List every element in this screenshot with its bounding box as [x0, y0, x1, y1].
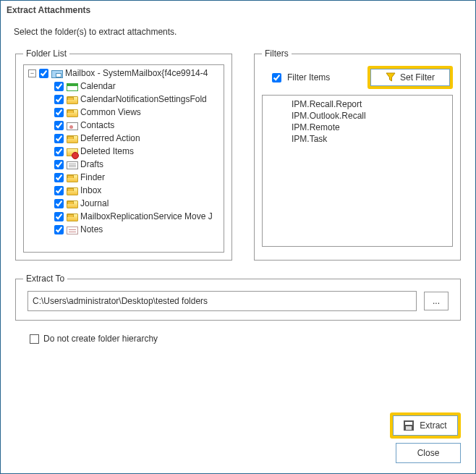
mailbox-icon: [51, 70, 63, 78]
folder-list-legend: Folder List: [23, 48, 69, 59]
drafts-icon: [67, 161, 78, 169]
folder-icon: [67, 96, 78, 104]
tree-label: Drafts: [80, 158, 103, 171]
tree-label: Journal: [80, 197, 109, 210]
tree-checkbox[interactable]: [54, 186, 64, 195]
folder-icon: [67, 187, 78, 195]
tree-label: Contacts: [80, 119, 114, 132]
folder-icon: [67, 200, 78, 208]
folder-icon: [67, 213, 78, 221]
extract-path-input[interactable]: [27, 291, 417, 311]
tree-item[interactable]: Journal: [50, 197, 224, 210]
no-hierarchy-label: Do not create folder hierarchy: [43, 334, 158, 344]
tree-checkbox[interactable]: [54, 173, 64, 182]
set-filter-label: Set Filter: [400, 72, 435, 82]
folder-tree[interactable]: −Mailbox - SystemMailbox{f4ce9914-4Calen…: [23, 64, 224, 253]
filter-item[interactable]: IPM.Outlook.Recall: [292, 110, 452, 122]
tree-item[interactable]: Deferred Action: [50, 132, 224, 145]
filters-group: Filters Filter Items Set Filter IPM.Reca…: [254, 48, 461, 261]
no-hierarchy-checkbox[interactable]: [30, 334, 39, 344]
tree-item[interactable]: Notes: [50, 223, 224, 236]
instruction-text: Select the folder(s) to extract attachme…: [1, 20, 475, 48]
tree-label: Inbox: [80, 184, 101, 197]
tree-root[interactable]: −Mailbox - SystemMailbox{f4ce9914-4: [24, 67, 224, 80]
browse-button[interactable]: ...: [424, 292, 449, 310]
tree-checkbox[interactable]: [54, 134, 64, 143]
tree-label: Common Views: [80, 106, 141, 119]
filter-list[interactable]: IPM.Recall.ReportIPM.Outlook.RecallIPM.R…: [262, 95, 453, 247]
tree-checkbox[interactable]: [54, 95, 64, 104]
tree-item[interactable]: MailboxReplicationService Move J: [50, 210, 224, 223]
tree-label: Finder: [80, 171, 105, 184]
tree-checkbox[interactable]: [54, 147, 64, 156]
filter-item[interactable]: IPM.Recall.Report: [292, 98, 452, 110]
folder-icon: [67, 174, 78, 182]
extract-to-group: Extract To ...: [15, 274, 461, 321]
filter-item[interactable]: IPM.Remote: [292, 122, 452, 133]
extract-label: Extract: [420, 420, 446, 431]
filter-items-checkbox[interactable]: Filter Items: [262, 72, 330, 82]
tree-label: Calendar: [80, 80, 116, 93]
tree-label: Notes: [80, 223, 103, 236]
close-button[interactable]: Close: [396, 443, 461, 463]
tree-collapse-icon[interactable]: −: [28, 69, 36, 77]
filter-items-label: Filter Items: [287, 72, 330, 82]
extract-button[interactable]: Extract: [393, 415, 458, 436]
tree-checkbox[interactable]: [54, 82, 64, 91]
funnel-icon: [386, 72, 396, 82]
tree-checkbox[interactable]: [54, 212, 64, 221]
filter-item[interactable]: IPM.Task: [292, 133, 452, 145]
tree-checkbox[interactable]: [54, 121, 64, 130]
filters-legend: Filters: [262, 48, 292, 59]
folder-icon: [67, 135, 78, 143]
deleted-icon: [67, 148, 78, 156]
tree-item[interactable]: Drafts: [50, 158, 224, 171]
filter-items-input[interactable]: [272, 73, 281, 82]
set-filter-button[interactable]: Set Filter: [370, 69, 450, 86]
tree-item[interactable]: Finder: [50, 171, 224, 184]
tree-label: Deleted Items: [80, 145, 134, 158]
tree-label: Mailbox - SystemMailbox{f4ce9914-4: [65, 67, 208, 80]
tree-checkbox[interactable]: [54, 108, 64, 117]
tree-label: CalendarNotificationSettingsFold: [80, 93, 207, 106]
tree-item[interactable]: CalendarNotificationSettingsFold: [50, 93, 224, 106]
contacts-icon: [67, 122, 78, 130]
tree-item[interactable]: Inbox: [50, 184, 224, 197]
folder-list-group: Folder List −Mailbox - SystemMailbox{f4c…: [15, 48, 232, 261]
tree-label: MailboxReplicationService Move J: [80, 210, 213, 223]
tree-checkbox[interactable]: [54, 160, 64, 169]
set-filter-highlight: Set Filter: [367, 66, 453, 89]
calendar-icon: [67, 83, 78, 91]
notes-icon: [67, 227, 78, 234]
folder-icon: [67, 109, 78, 117]
tree-checkbox[interactable]: [54, 225, 64, 234]
extract-highlight: Extract: [390, 412, 461, 439]
tree-item[interactable]: Contacts: [50, 119, 224, 132]
tree-item[interactable]: Calendar: [50, 80, 224, 93]
extract-to-legend: Extract To: [23, 274, 67, 284]
tree-checkbox[interactable]: [39, 69, 48, 78]
tree-item[interactable]: Deleted Items: [50, 145, 224, 158]
tree-item[interactable]: Common Views: [50, 106, 224, 119]
dialog-title: Extract Attachments: [1, 1, 475, 20]
save-icon: [404, 420, 414, 431]
tree-label: Deferred Action: [80, 132, 140, 145]
tree-checkbox[interactable]: [54, 199, 64, 208]
